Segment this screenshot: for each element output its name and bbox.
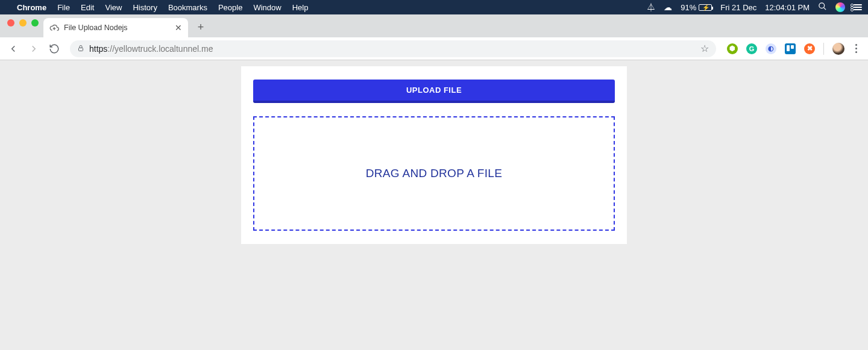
chrome-tabstrip: File Upload Nodejs ✕ + (0, 14, 868, 37)
window-minimize-button[interactable] (19, 19, 27, 27)
url-scheme: https (89, 44, 107, 54)
lock-icon (77, 44, 84, 54)
battery-status[interactable]: 91% ⚡ (681, 3, 712, 12)
svg-rect-2 (79, 48, 83, 51)
menubar-time[interactable]: 12:04:01 PM (765, 3, 810, 12)
extension-nodejs-icon[interactable]: ⬢ (727, 43, 738, 54)
svg-line-1 (823, 7, 826, 10)
extension-trello-icon[interactable] (785, 43, 796, 54)
extension-circle-icon[interactable]: ◐ (766, 43, 776, 54)
tab-title: File Upload Nodejs (64, 23, 128, 32)
profile-avatar[interactable] (832, 43, 844, 55)
macos-menubar: Chrome File Edit View History Bookmarks … (0, 0, 868, 14)
browser-tab[interactable]: File Upload Nodejs ✕ (43, 18, 188, 37)
menu-people[interactable]: People (218, 3, 242, 12)
battery-icon: ⚡ (699, 4, 712, 11)
menubar-app-name[interactable]: Chrome (17, 3, 46, 12)
toolbar-divider (823, 43, 824, 55)
extension-grammarly-icon[interactable]: G (746, 43, 757, 54)
extensions-row: ⬢ G ◐ ✖ (723, 43, 863, 55)
menu-history[interactable]: History (133, 3, 157, 12)
file-dropzone[interactable]: DRAG AND DROP A FILE (253, 116, 615, 231)
chrome-toolbar: https://yellowtruck.localtunnel.me ☆ ⬢ G… (0, 37, 868, 60)
forward-button[interactable] (25, 40, 42, 57)
window-fullscreen-button[interactable] (31, 19, 39, 27)
battery-percent: 91% (681, 3, 696, 12)
window-controls (6, 19, 43, 33)
extension-orange-icon[interactable]: ✖ (804, 43, 815, 54)
tab-favicon-cloud-upload-icon (49, 23, 59, 33)
reload-button[interactable] (46, 40, 63, 57)
dropzone-label: DRAG AND DROP A FILE (366, 167, 502, 180)
url-host: ://yellowtruck.localtunnel.me (107, 44, 213, 54)
page-viewport: UPLOAD FILE DRAG AND DROP A FILE (0, 60, 868, 244)
siri-icon[interactable] (835, 2, 845, 12)
upload-file-button[interactable]: UPLOAD FILE (253, 80, 615, 103)
menu-file[interactable]: File (57, 3, 70, 12)
menu-bookmarks[interactable]: Bookmarks (168, 3, 207, 12)
new-tab-button[interactable]: + (192, 18, 210, 36)
url-text: https://yellowtruck.localtunnel.me (89, 44, 213, 54)
address-bar[interactable]: https://yellowtruck.localtunnel.me ☆ (70, 40, 716, 57)
tab-close-button[interactable]: ✕ (175, 23, 182, 33)
upload-card: UPLOAD FILE DRAG AND DROP A FILE (241, 66, 627, 244)
svg-point-0 (819, 3, 825, 8)
menu-view[interactable]: View (105, 3, 122, 12)
chrome-menu-button[interactable] (853, 44, 860, 53)
cloud-icon[interactable]: ☁ (664, 2, 672, 12)
spotlight-search-icon[interactable] (818, 2, 827, 13)
menu-help[interactable]: Help (292, 3, 309, 12)
menubar-date[interactable]: Fri 21 Dec (720, 3, 756, 12)
back-button[interactable] (5, 40, 22, 57)
notification-center-icon[interactable] (854, 4, 862, 10)
attachment-icon[interactable]: ⏃ (647, 2, 655, 12)
menu-window[interactable]: Window (253, 3, 281, 12)
bookmark-star-icon[interactable]: ☆ (700, 43, 709, 54)
window-close-button[interactable] (7, 19, 14, 27)
menu-edit[interactable]: Edit (81, 3, 94, 12)
